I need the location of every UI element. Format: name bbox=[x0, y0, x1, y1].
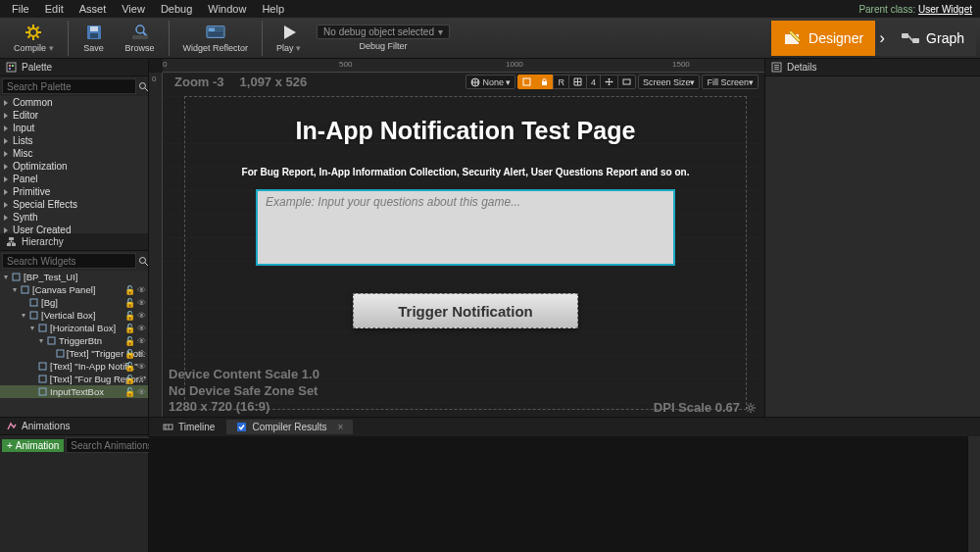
palette-group[interactable]: Optimization bbox=[0, 160, 148, 173]
lock-icon[interactable]: 🔓 bbox=[124, 349, 135, 359]
lock-icon[interactable]: 🔓 bbox=[124, 285, 135, 295]
chevron-right-icon bbox=[2, 112, 10, 120]
save-button[interactable]: Save bbox=[73, 19, 116, 58]
menu-file[interactable]: File bbox=[4, 1, 37, 17]
hierarchy-item[interactable]: ▾[Vertical Box]🔓👁 bbox=[0, 309, 148, 322]
menu-help[interactable]: Help bbox=[254, 1, 292, 17]
palette-group[interactable]: Common bbox=[0, 96, 148, 109]
tool-move[interactable] bbox=[600, 75, 618, 89]
screen-size-dropdown[interactable]: Screen Size▾ bbox=[638, 75, 701, 89]
details-tab[interactable]: Details bbox=[765, 59, 980, 76]
add-animation-button[interactable]: +Animation bbox=[2, 439, 64, 452]
menu-view[interactable]: View bbox=[114, 1, 153, 17]
lock-icon[interactable]: 🔓 bbox=[124, 324, 135, 333]
trigger-notification-button[interactable]: Trigger Notification bbox=[353, 293, 578, 328]
timeline-tab[interactable]: Timeline bbox=[153, 420, 224, 434]
hierarchy-item[interactable]: [Bg]🔓👁 bbox=[0, 296, 148, 309]
svg-rect-16 bbox=[12, 65, 14, 67]
palette-group[interactable]: Lists bbox=[0, 134, 148, 147]
palette-group[interactable]: Misc bbox=[0, 147, 148, 160]
svg-rect-3 bbox=[90, 33, 98, 38]
lang-dropdown[interactable]: None ▾ bbox=[466, 75, 516, 89]
hierarchy-item[interactable]: ▾TriggerBtn🔓👁 bbox=[0, 334, 148, 347]
tool-snap[interactable]: 4 bbox=[586, 75, 601, 89]
svg-point-4 bbox=[136, 25, 144, 33]
eye-icon[interactable]: 👁 bbox=[137, 362, 146, 372]
hierarchy-item[interactable]: [Text] "Trigger Noti.."🔓👁 bbox=[0, 347, 148, 360]
left-column: Palette CommonEditorInputListsMiscOptimi… bbox=[0, 59, 149, 417]
hierarchy-search-input[interactable] bbox=[2, 253, 136, 269]
tool-grid[interactable] bbox=[568, 75, 587, 89]
palette-group[interactable]: Synth bbox=[0, 211, 148, 224]
close-icon[interactable]: × bbox=[338, 422, 344, 432]
lock-icon[interactable]: 🔓 bbox=[124, 336, 135, 346]
lock-icon[interactable]: 🔓 bbox=[124, 311, 135, 321]
tool-resolution[interactable]: R bbox=[553, 75, 569, 89]
hierarchy-item[interactable]: [Text] "For Bug Repor.."🔓👁 bbox=[0, 373, 148, 385]
animations-icon bbox=[6, 421, 17, 431]
menu-edit[interactable]: Edit bbox=[37, 1, 72, 17]
palette-group[interactable]: Special Effects bbox=[0, 198, 148, 211]
palette-group[interactable]: Primitive bbox=[0, 185, 148, 198]
search-icon[interactable] bbox=[138, 79, 149, 93]
fill-screen-dropdown[interactable]: Fill Screen▾ bbox=[702, 75, 759, 89]
gear-icon[interactable] bbox=[745, 402, 757, 414]
lock-icon[interactable]: 🔓 bbox=[124, 362, 135, 372]
move-icon bbox=[605, 77, 613, 86]
palette-group[interactable]: Panel bbox=[0, 173, 148, 185]
input-textbox-widget[interactable]: Example: Input your questions about this… bbox=[256, 189, 675, 266]
play-button[interactable]: Play ▾ bbox=[267, 19, 311, 58]
graph-mode-button[interactable]: Graph bbox=[889, 21, 976, 56]
eye-icon[interactable]: 👁 bbox=[137, 336, 146, 346]
design-surface[interactable]: In-App Notification Test Page For Bug Re… bbox=[184, 96, 747, 410]
hierarchy-item[interactable]: ▾[Canvas Panel]🔓👁 bbox=[0, 283, 148, 296]
tool-preview[interactable] bbox=[617, 75, 636, 89]
svg-rect-20 bbox=[9, 237, 14, 240]
palette-tab[interactable]: Palette bbox=[0, 59, 148, 76]
eye-icon[interactable]: 👁 bbox=[137, 375, 146, 384]
parent-class-link[interactable]: User Widget bbox=[918, 4, 972, 15]
hierarchy-item[interactable]: InputTextBox🔓👁 bbox=[0, 385, 148, 398]
output-body[interactable] bbox=[149, 436, 980, 552]
lock-icon[interactable]: 🔓 bbox=[124, 375, 135, 384]
design-canvas[interactable]: Zoom -3 1,097 x 526 None ▾ R 4 Screen Si bbox=[163, 73, 764, 417]
compiler-results-tab[interactable]: Compiler Results × bbox=[226, 420, 353, 434]
eye-icon[interactable]: 👁 bbox=[137, 298, 146, 308]
chevron-right-icon bbox=[2, 150, 10, 158]
eye-icon[interactable]: 👁 bbox=[137, 349, 146, 359]
tool-lock[interactable] bbox=[535, 75, 554, 89]
svg-rect-37 bbox=[542, 81, 547, 85]
eye-icon[interactable]: 👁 bbox=[137, 387, 146, 397]
menu-asset[interactable]: Asset bbox=[72, 1, 115, 17]
eye-icon[interactable]: 👁 bbox=[137, 311, 146, 321]
chevron-right-icon bbox=[2, 99, 10, 107]
palette-group[interactable]: User Created bbox=[0, 224, 148, 233]
palette-group[interactable]: Editor bbox=[0, 109, 148, 122]
eye-icon[interactable]: 👁 bbox=[137, 324, 146, 333]
menu-debug[interactable]: Debug bbox=[153, 1, 200, 17]
hierarchy-item[interactable]: ▾[Horizontal Box]🔓👁 bbox=[0, 322, 148, 334]
svg-rect-7 bbox=[207, 26, 224, 38]
svg-rect-27 bbox=[30, 299, 37, 306]
widget-reflector-button[interactable]: Widget Reflector bbox=[173, 19, 259, 58]
widget-type-icon bbox=[38, 387, 48, 397]
hierarchy-item[interactable]: [Text] "In-App Notifi.."🔓👁 bbox=[0, 360, 148, 373]
eye-icon[interactable]: 👁 bbox=[137, 285, 146, 295]
debug-object-dropdown[interactable]: No debug object selected bbox=[317, 25, 450, 39]
palette-search-input[interactable] bbox=[2, 78, 136, 94]
palette-group[interactable]: Input bbox=[0, 122, 148, 134]
menu-window[interactable]: Window bbox=[200, 1, 254, 17]
compile-button[interactable]: Compile ▾ bbox=[4, 19, 64, 58]
designer-mode-button[interactable]: Designer bbox=[771, 21, 875, 56]
animations-tab[interactable]: Animations bbox=[0, 418, 148, 435]
svg-rect-33 bbox=[39, 376, 46, 382]
svg-rect-31 bbox=[57, 350, 64, 357]
tool-1[interactable] bbox=[517, 75, 536, 89]
lock-icon[interactable]: 🔓 bbox=[124, 298, 135, 308]
hierarchy-item[interactable]: ▾[BP_Test_UI] bbox=[0, 271, 148, 283]
hierarchy-tab[interactable]: Hierarchy bbox=[0, 233, 148, 251]
search-icon[interactable] bbox=[138, 254, 149, 268]
lock-icon[interactable]: 🔓 bbox=[124, 387, 135, 397]
timeline-icon bbox=[163, 422, 173, 432]
browse-button[interactable]: Browse bbox=[116, 19, 165, 58]
